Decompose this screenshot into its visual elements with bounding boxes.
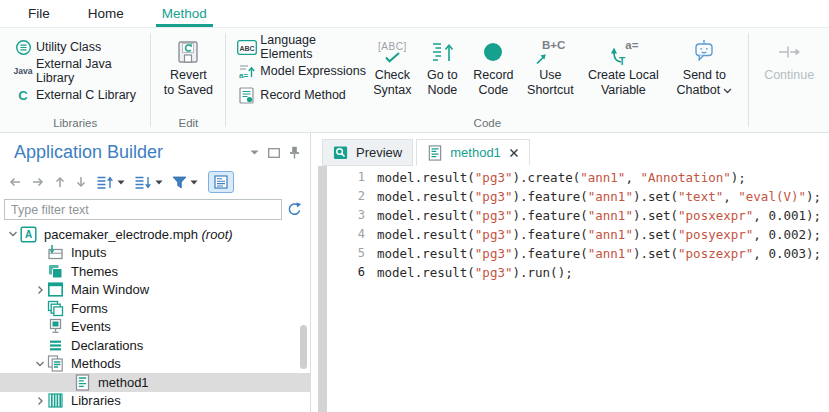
utility-class-button[interactable]: Utility Class (10, 35, 150, 59)
model-expressions-button[interactable]: a= Model Expressions (234, 59, 366, 83)
expand-all-dropdown-icon[interactable] (117, 172, 125, 192)
tree-item-declarations[interactable]: Declarations (0, 336, 310, 355)
editor-gutter-strip (318, 166, 327, 412)
record-method-button[interactable]: Record Method (234, 83, 366, 107)
language-elements-button[interactable]: ABC Language Elements (234, 35, 366, 59)
code-line-3[interactable]: 3model.result("pg3").feature("ann1").set… (327, 206, 829, 225)
tree-item-label: Declarations (71, 338, 143, 353)
method-doc-icon (427, 144, 444, 161)
panel-title: Application Builder (14, 142, 241, 163)
go-to-node-icon (430, 35, 454, 68)
tree-item-forms[interactable]: Forms (0, 299, 310, 318)
svg-text:T: T (619, 56, 625, 66)
forward-arrow-icon[interactable] (31, 172, 45, 192)
check-syntax-label1: Check (375, 68, 410, 83)
c-icon: C (10, 88, 36, 103)
tree-item-label: method1 (98, 375, 149, 390)
panel-menu-chevron-icon[interactable] (250, 150, 259, 155)
float-window-icon[interactable] (268, 148, 280, 158)
chevron-down-icon (723, 83, 732, 98)
pin-icon[interactable] (289, 146, 300, 159)
svg-text:ABC: ABC (240, 44, 255, 51)
code-text: model.result("pg3").run(); (377, 263, 573, 282)
filter-input[interactable] (4, 199, 282, 220)
line-number: 3 (327, 206, 377, 225)
tree-item-inputs[interactable]: Inputs (0, 244, 310, 263)
chevron-right-icon[interactable] (32, 285, 47, 295)
continue-icon (777, 35, 801, 68)
record-code-icon (482, 35, 504, 68)
check-syntax-label2: Syntax (373, 83, 411, 98)
create-local-variable-label1: Create Local (588, 68, 659, 83)
tree-item-methods[interactable]: Methods (0, 355, 310, 374)
back-arrow-icon[interactable] (8, 172, 22, 192)
model-expressions-icon: a= (234, 63, 260, 80)
chevron-right-icon[interactable] (32, 396, 47, 406)
ribbon-group-libraries: Utility Class Java External Java Library… (0, 28, 150, 132)
method-doc-icon (74, 374, 91, 391)
close-icon[interactable] (509, 148, 519, 158)
external-java-library-label: External Java Library (36, 57, 150, 85)
tree-item-label: Inputs (71, 245, 106, 260)
model-expressions-label: Model Expressions (260, 64, 366, 78)
main-window-icon (47, 281, 64, 298)
code-line-6[interactable]: 6model.result("pg3").run(); (327, 263, 829, 282)
continue-label: Continue (764, 68, 814, 83)
code-line-5[interactable]: 5model.result("pg3").feature("ann1").set… (327, 244, 829, 263)
declarations-icon (47, 337, 64, 354)
move-down-icon[interactable] (75, 172, 87, 192)
libraries-icon (47, 392, 64, 409)
tree-item-method1[interactable]: method1 (0, 373, 310, 392)
code-line-4[interactable]: 4model.result("pg3").feature("ann1").set… (327, 225, 829, 244)
code-text: model.result("pg3").create("ann1", "Anno… (377, 168, 746, 187)
preview-icon (333, 144, 350, 161)
filter-icon[interactable] (172, 172, 187, 192)
tree-item-pacemaker-electrode-mph[interactable]: Apacemaker_electrode.mph (root) (0, 225, 310, 244)
record-code-label1: Record (473, 68, 513, 83)
method-editor: Preview method1 1model.result("pg3").cre… (312, 133, 829, 412)
tab-method[interactable]: Method (158, 0, 211, 27)
collapse-all-dropdown-icon[interactable] (155, 172, 163, 192)
revert-label-line1: Revert (170, 68, 207, 83)
comsol-method-window: File Home Method Utility Class Java Exte… (0, 0, 829, 412)
external-c-library-label: External C Library (36, 88, 136, 102)
chatbot-icon (691, 35, 717, 68)
tree-item-events[interactable]: Events (0, 318, 310, 337)
tab-file[interactable]: File (24, 0, 54, 27)
refresh-icon[interactable] (282, 202, 306, 217)
tree-item-main-window[interactable]: Main Window (0, 281, 310, 300)
tab-preview[interactable]: Preview (322, 139, 413, 166)
utility-class-icon (10, 39, 36, 56)
tree-item-themes[interactable]: Themes (0, 262, 310, 281)
filter-row (4, 199, 306, 220)
external-java-library-button[interactable]: Java External Java Library (10, 59, 150, 83)
line-number: 2 (327, 187, 377, 206)
tree-item-libraries[interactable]: Libraries (0, 392, 310, 411)
external-c-library-button[interactable]: C External C Library (10, 83, 150, 107)
events-icon (47, 318, 64, 335)
tab-home[interactable]: Home (84, 0, 128, 27)
continue-button[interactable]: Continue (764, 28, 814, 132)
ribbon-group-edit: Revert to Saved Edit (151, 28, 225, 132)
revert-to-saved-icon (175, 35, 201, 68)
code-editor[interactable]: 1model.result("pg3").create("ann1", "Ann… (312, 166, 829, 412)
code-line-1[interactable]: 1model.result("pg3").create("ann1", "Ann… (327, 168, 829, 187)
sidebar-scrollbar-thumb[interactable] (300, 325, 307, 369)
chevron-down-icon[interactable] (5, 229, 20, 239)
create-local-variable-label2: Variable (601, 83, 646, 98)
filter-dropdown-icon[interactable] (190, 172, 198, 192)
collapse-all-button[interactable] (134, 172, 152, 192)
code-lines[interactable]: 1model.result("pg3").create("ann1", "Ann… (327, 168, 829, 282)
revert-label-line2: to Saved (164, 83, 213, 98)
code-text: model.result("pg3").feature("ann1").set(… (377, 225, 821, 244)
content-area: Application Builder (0, 133, 829, 412)
chevron-down-icon[interactable] (32, 359, 47, 369)
tab-method1[interactable]: method1 (416, 139, 530, 166)
tree-item-label: pacemaker_electrode.mph (root) (44, 227, 233, 242)
tree-item-label: Main Window (71, 282, 149, 297)
move-up-icon[interactable] (54, 172, 66, 192)
code-line-2[interactable]: 2model.result("pg3").feature("ann1").set… (327, 187, 829, 206)
ribbon-group-code: ABC Language Elements a= Model Expressio… (226, 28, 748, 132)
show-report-toggle-button[interactable] (208, 171, 234, 193)
expand-all-button[interactable] (96, 172, 114, 192)
